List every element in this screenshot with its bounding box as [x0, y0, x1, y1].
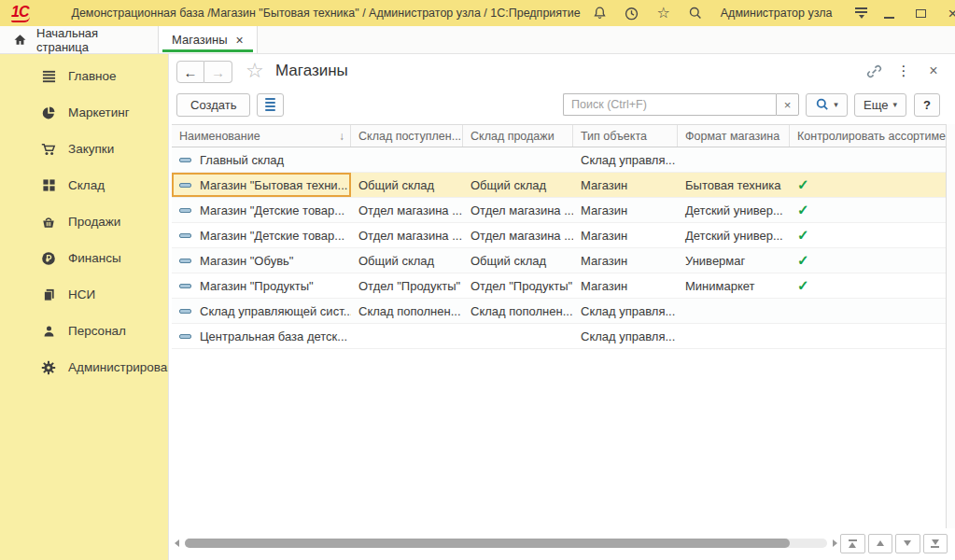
search-input[interactable] — [563, 93, 776, 116]
minimize-button[interactable] — [874, 0, 906, 26]
row-object-type-cell[interactable]: Магазин — [573, 248, 678, 273]
row-object-type-cell[interactable]: Магазин — [573, 198, 678, 222]
favorite-star-icon[interactable]: ☆ — [246, 60, 264, 82]
tab-close-icon[interactable]: × — [236, 34, 244, 47]
row-control-cell[interactable] — [790, 299, 947, 323]
help-button[interactable]: ? — [914, 93, 940, 117]
scroll-down-button[interactable] — [895, 534, 920, 553]
tab-shops[interactable]: Магазины × — [159, 26, 258, 53]
table-row[interactable]: Главный склад Склад управля... — [172, 147, 947, 173]
row-sale-warehouse-cell[interactable]: Склад пополнен... — [463, 299, 573, 323]
row-shop-format-cell[interactable] — [678, 299, 790, 323]
row-receipt-warehouse-cell[interactable]: Отдел "Продукты" — [351, 273, 463, 298]
row-name-cell[interactable]: Магазин "Продукты" — [172, 273, 351, 298]
row-name-cell[interactable]: Магазин "Бытовая техни... — [172, 173, 351, 197]
form-menu-kebab-icon[interactable]: ⋮ — [892, 61, 916, 81]
more-button[interactable]: Еще ▾ — [854, 93, 906, 117]
row-sale-warehouse-cell[interactable]: Отдел магазина ... — [463, 223, 573, 247]
scrollbar-thumb[interactable] — [185, 539, 790, 548]
window-close-button[interactable]: × — [937, 0, 955, 26]
get-link-icon[interactable] — [862, 61, 886, 81]
sidebar-item-administration[interactable]: Администрирование — [0, 349, 168, 385]
go-to-top-button[interactable] — [840, 534, 865, 553]
service-menu-icon[interactable] — [850, 3, 874, 23]
sidebar-item-marketing[interactable]: Маркетинг — [0, 94, 168, 131]
sidebar-item-staff[interactable]: Персонал — [0, 313, 168, 349]
column-header-receipt-warehouse[interactable]: Склад поступлен... — [351, 125, 463, 147]
row-sale-warehouse-cell[interactable]: Отдел "Продукты" — [463, 273, 573, 298]
column-header-control-assortment[interactable]: Контролировать ассортиме — [790, 125, 947, 147]
table-row[interactable]: Магазин "Бытовая техни... Общий склад Об… — [172, 173, 947, 198]
row-sale-warehouse-cell[interactable]: Отдел магазина ... — [463, 198, 573, 222]
row-receipt-warehouse-cell[interactable]: Склад пополнен... — [351, 299, 463, 323]
row-shop-format-cell[interactable]: Минимаркет — [678, 273, 790, 298]
scroll-left-icon[interactable] — [175, 539, 179, 547]
column-header-object-type[interactable]: Тип объекта — [573, 125, 678, 147]
history-icon[interactable] — [620, 3, 644, 23]
scroll-right-icon[interactable] — [833, 539, 837, 547]
row-sale-warehouse-cell[interactable] — [463, 324, 573, 348]
row-name-cell[interactable]: Магазин "Обувь" — [172, 248, 351, 273]
table-row[interactable]: Магазин "Детские товар... Отдел магазина… — [172, 223, 947, 248]
row-receipt-warehouse-cell[interactable]: Отдел магазина ... — [351, 223, 463, 247]
column-header-name[interactable]: Наименование ↓ — [172, 125, 351, 147]
row-control-cell[interactable] — [790, 324, 947, 348]
sidebar-item-nsi[interactable]: НСИ — [0, 276, 168, 313]
row-sale-warehouse-cell[interactable]: Общий склад — [463, 248, 573, 273]
row-control-cell[interactable]: ✓ — [790, 198, 947, 222]
table-row[interactable]: Магазин "Обувь" Общий склад Общий склад … — [172, 248, 947, 273]
row-sale-warehouse-cell[interactable]: Общий склад — [463, 173, 573, 197]
row-object-type-cell[interactable]: Склад управля... — [573, 147, 678, 172]
row-sale-warehouse-cell[interactable] — [463, 147, 573, 172]
scroll-up-button[interactable] — [868, 534, 893, 553]
row-control-cell[interactable]: ✓ — [790, 173, 947, 197]
sidebar-item-purchases[interactable]: Закупки — [0, 131, 168, 167]
sidebar-item-warehouse[interactable]: Склад — [0, 167, 168, 203]
row-control-cell[interactable]: ✓ — [790, 273, 947, 298]
go-to-bottom-button[interactable] — [923, 534, 948, 553]
row-name-cell[interactable]: Центральная база детск... — [172, 324, 351, 348]
row-control-cell[interactable] — [790, 147, 947, 172]
nav-forward-button[interactable]: → — [204, 61, 232, 83]
table-row[interactable]: Склад управляющей сист... Склад пополнен… — [172, 299, 947, 324]
horizontal-scrollbar[interactable] — [185, 539, 827, 548]
global-search-icon[interactable] — [683, 3, 708, 23]
row-name-cell[interactable]: Склад управляющей сист... — [172, 299, 351, 323]
maximize-button[interactable] — [906, 0, 937, 26]
column-header-shop-format[interactable]: Формат магазина — [678, 125, 790, 147]
row-control-cell[interactable]: ✓ — [790, 223, 947, 247]
row-shop-format-cell[interactable]: Детский универ... — [678, 198, 790, 222]
search-button[interactable]: ▾ — [806, 93, 848, 117]
row-shop-format-cell[interactable]: Детский универ... — [678, 223, 790, 247]
row-name-cell[interactable]: Главный склад — [172, 147, 351, 172]
vertical-scrollbar[interactable] — [946, 124, 955, 528]
row-name-cell[interactable]: Магазин "Детские товар... — [172, 198, 351, 222]
row-receipt-warehouse-cell[interactable]: Общий склад — [351, 173, 463, 197]
list-settings-button[interactable] — [257, 93, 284, 117]
sidebar-item-finance[interactable]: Финансы — [0, 240, 168, 276]
row-object-type-cell[interactable]: Склад управля... — [573, 299, 678, 323]
tab-home[interactable]: Начальная страница — [0, 26, 159, 53]
notifications-bell-icon[interactable] — [588, 3, 612, 23]
row-receipt-warehouse-cell[interactable]: Общий склад — [351, 248, 463, 273]
table-row[interactable]: Центральная база детск... Склад управля.… — [172, 324, 947, 349]
sidebar-item-sales[interactable]: Продажи — [0, 203, 168, 240]
row-receipt-warehouse-cell[interactable] — [351, 324, 463, 348]
row-object-type-cell[interactable]: Магазин — [573, 273, 678, 298]
row-control-cell[interactable]: ✓ — [790, 248, 947, 273]
row-object-type-cell[interactable]: Магазин — [573, 223, 678, 247]
row-shop-format-cell[interactable]: Универмаг — [678, 248, 790, 273]
form-close-icon[interactable]: × — [921, 61, 946, 81]
favorites-star-icon[interactable]: ☆ — [652, 3, 676, 23]
nav-back-button[interactable]: ← — [176, 61, 204, 83]
row-object-type-cell[interactable]: Склад управля... — [573, 324, 678, 348]
row-receipt-warehouse-cell[interactable]: Отдел магазина ... — [351, 198, 463, 222]
table-row[interactable]: Магазин "Детские товар... Отдел магазина… — [172, 198, 947, 223]
row-shop-format-cell[interactable] — [678, 147, 790, 172]
current-user[interactable]: Администратор узла — [721, 7, 833, 20]
sidebar-item-main[interactable]: Главное — [0, 58, 168, 94]
create-button[interactable]: Создать — [176, 93, 250, 117]
row-shop-format-cell[interactable] — [678, 324, 790, 348]
row-name-cell[interactable]: Магазин "Детские товар... — [172, 223, 351, 247]
row-shop-format-cell[interactable]: Бытовая техника — [678, 173, 790, 197]
